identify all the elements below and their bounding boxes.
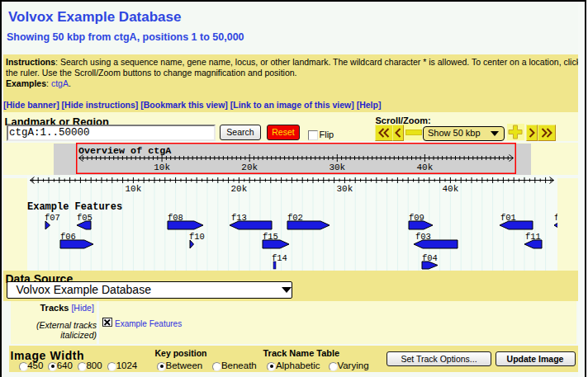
svg-text:40k: 40k: [442, 184, 458, 194]
svg-text:Example Features: Example Features: [27, 201, 122, 213]
svg-text:30k: 30k: [336, 184, 353, 194]
svg-text:20k: 20k: [230, 184, 247, 194]
svg-text:40k: 40k: [416, 163, 433, 172]
svg-text:f10: f10: [189, 232, 205, 242]
svg-text:10k: 10k: [154, 163, 170, 172]
svg-text:10k: 10k: [125, 184, 141, 194]
svg-text:f12: f12: [554, 213, 557, 223]
svg-text:f07: f07: [45, 213, 60, 223]
svg-text:30k: 30k: [329, 163, 345, 172]
svg-text:Overview of ctgA: Overview of ctgA: [78, 145, 172, 157]
svg-text:20k: 20k: [241, 163, 258, 172]
